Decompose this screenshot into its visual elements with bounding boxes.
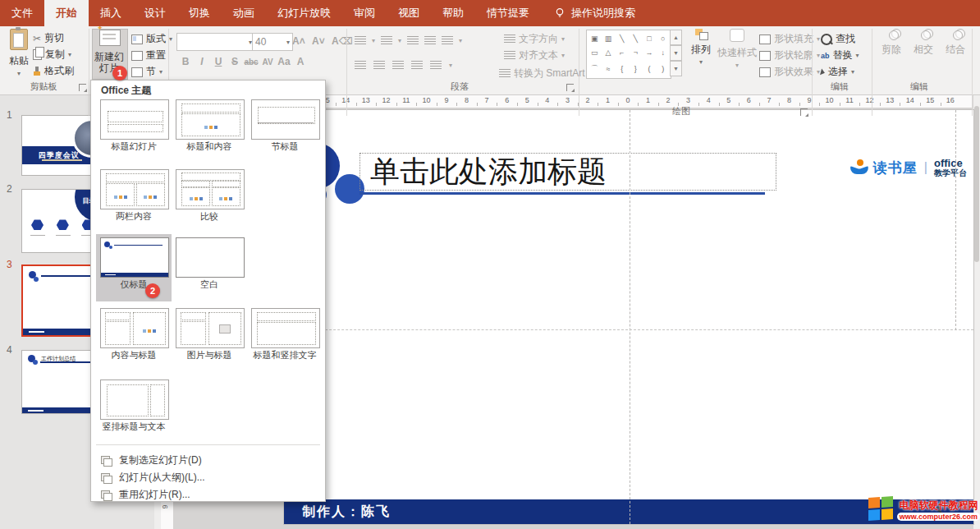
menu-tab[interactable]: 切换 [177, 0, 222, 26]
clipboard-dialog-launcher[interactable] [79, 84, 86, 91]
shape-glyph-icon[interactable]: ▣ [591, 34, 598, 43]
menu-tab[interactable]: 帮助 [431, 0, 475, 26]
menu-tab[interactable]: 开始 [44, 0, 89, 26]
tell-me-search[interactable]: 操作说明搜索 [541, 0, 635, 26]
menu-tab[interactable]: 文件 [0, 0, 44, 26]
shape-glyph-icon[interactable]: ╲ [634, 34, 638, 43]
layout-option-two-content[interactable] [100, 169, 169, 209]
shape-glyph-icon[interactable]: ▭ [591, 48, 598, 57]
shape-glyph-icon[interactable]: □ [647, 34, 651, 43]
align-right-icon[interactable] [392, 61, 404, 70]
shape-glyph-icon[interactable]: { [621, 65, 623, 73]
arrange-button[interactable]: 排列 ▾ [686, 29, 716, 80]
layout-option-title-content[interactable] [176, 99, 245, 140]
quick-styles-button[interactable]: 快速样式 ▾ [717, 29, 757, 80]
shape-effects-button[interactable]: 形状效果▾ [759, 64, 820, 80]
align-text-button[interactable]: 对齐文本▾ [504, 48, 565, 63]
font-name-combo[interactable]: ▾ [176, 33, 255, 51]
font-color-button[interactable]: A [292, 56, 309, 67]
format-painter-button[interactable]: 格式刷 [33, 63, 74, 79]
paste-button[interactable]: 粘贴 ▾ [3, 29, 34, 80]
underline-button[interactable]: U [210, 56, 227, 67]
font-size-combo[interactable]: 40▾ [252, 33, 293, 51]
slide-canvas[interactable]: 单击此处添加标题 读书屋 | office教学平台 制作人：陈飞 3 [283, 109, 974, 525]
bold-button[interactable]: B [177, 56, 194, 67]
clear-formatting-button[interactable]: A⌫ [332, 33, 353, 48]
smartart-button[interactable]: 转换为 SmartArt▾ [499, 66, 592, 81]
paragraph-dialog-launcher[interactable] [566, 84, 574, 91]
shape-glyph-icon[interactable]: ¬ [634, 48, 638, 57]
menu-tab[interactable]: 审阅 [342, 0, 387, 26]
layout-option-picture-caption[interactable] [176, 308, 245, 348]
bullets-icon[interactable] [355, 36, 366, 45]
shape-outline-button[interactable]: 形状轮廓▾ [759, 48, 820, 63]
subtract-shapes-button[interactable]: 剪除 [877, 29, 906, 80]
shape-glyph-icon[interactable]: ≈ [607, 65, 611, 73]
italic-button[interactable]: I [194, 56, 210, 67]
layout-button[interactable]: 版式▾ [131, 31, 172, 47]
char-spacing-button[interactable]: AV [259, 58, 276, 67]
shape-glyph-icon[interactable]: ⌐ [620, 48, 624, 57]
shrink-font-button[interactable]: A˅ [312, 33, 325, 48]
menu-tab[interactable]: 插入 [89, 0, 133, 26]
center-guide-vertical[interactable] [630, 110, 630, 524]
shape-glyph-icon[interactable]: △ [606, 48, 611, 57]
select-button[interactable]: 选择▾ [821, 64, 854, 80]
shape-glyph-icon[interactable]: ○ [661, 34, 665, 43]
columns-icon[interactable] [430, 61, 442, 70]
duplicate-selected-slides[interactable]: 复制选定幻灯片(D) [91, 452, 325, 468]
text-direction-button[interactable]: 文字方向▾ [504, 31, 565, 47]
change-case-button[interactable]: Aa [276, 56, 292, 67]
strikethrough-button[interactable]: S [227, 56, 243, 67]
layout-option-vertical-title-text[interactable] [100, 380, 169, 420]
combine-shapes-button[interactable]: 结合 [941, 29, 970, 80]
shapes-scroll[interactable]: ▲▼▼ [670, 30, 682, 76]
cut-button[interactable]: ✂剪切 [33, 30, 64, 46]
layout-option-comparison[interactable] [176, 169, 245, 209]
align-center-icon[interactable] [373, 61, 385, 70]
right-guide-vertical[interactable] [955, 110, 956, 330]
shape-glyph-icon[interactable]: ) [662, 65, 664, 73]
increase-indent-icon[interactable] [424, 36, 436, 45]
numbering-icon[interactable] [381, 36, 392, 45]
menu-tab[interactable]: 视图 [387, 0, 431, 26]
drawing-dialog-launcher[interactable] [800, 108, 808, 116]
shape-glyph-icon[interactable]: } [634, 65, 637, 73]
reset-button[interactable]: 重置 [131, 48, 166, 63]
slides-from-outline[interactable]: 幻灯片(从大纲)(L)... [91, 469, 325, 485]
shapes-gallery[interactable]: ▣▥╲╲□○▭△⌐¬→↓⌒≈{}() [586, 30, 671, 79]
shape-glyph-icon[interactable]: ╲ [620, 34, 624, 43]
find-button[interactable]: 查找 [821, 31, 855, 47]
align-left-icon[interactable] [355, 61, 366, 70]
layout-option-blank[interactable] [176, 237, 245, 278]
shape-glyph-icon[interactable]: ( [648, 65, 650, 73]
shape-fill-button[interactable]: 形状填充▾ [759, 31, 820, 47]
reuse-slides[interactable]: 重用幻灯片(R)... [91, 486, 325, 503]
grow-font-button[interactable]: A˄ [292, 33, 305, 48]
shape-glyph-icon[interactable]: ▥ [605, 34, 612, 43]
layout-option-section-header[interactable] [251, 99, 320, 140]
menu-tab[interactable]: 动画 [222, 0, 266, 26]
layout-option-title-slide[interactable] [100, 99, 169, 140]
shape-glyph-icon[interactable]: ↓ [661, 48, 665, 57]
center-guide-horizontal[interactable] [284, 329, 973, 330]
ruler-number: 9 [444, 96, 448, 104]
justify-icon[interactable] [411, 61, 423, 70]
vertical-scrollbar[interactable] [973, 94, 980, 529]
shape-glyph-icon[interactable]: ⌒ [591, 63, 598, 74]
section-button[interactable]: 节▾ [131, 64, 163, 80]
layout-option-title-vertical-text[interactable] [251, 308, 320, 348]
layout-option-content-caption[interactable] [100, 308, 169, 348]
line-spacing-icon[interactable] [442, 36, 453, 45]
layout-option-title-only[interactable] [100, 237, 169, 278]
decrease-indent-icon[interactable] [407, 36, 419, 45]
shape-glyph-icon[interactable]: → [645, 48, 653, 57]
copy-button[interactable]: 复制▾ [33, 47, 71, 62]
intersect-shapes-button[interactable]: 相交 [909, 29, 938, 80]
menu-tab[interactable]: 幻灯片放映 [266, 0, 342, 26]
menu-tab[interactable]: 情节提要 [475, 0, 541, 26]
menu-tab[interactable]: 设计 [133, 0, 177, 26]
strikethrough-abc-button[interactable]: abc [243, 58, 259, 67]
title-placeholder[interactable]: 单击此处添加标题 [359, 153, 776, 191]
replace-button[interactable]: ab替换▾ [821, 48, 859, 63]
